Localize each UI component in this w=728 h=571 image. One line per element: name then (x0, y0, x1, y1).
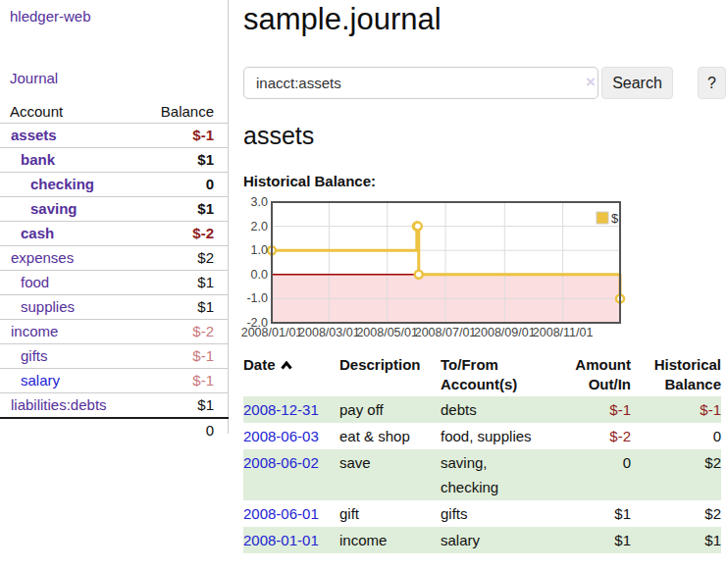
app-brand-link[interactable]: hledger-web (10, 8, 91, 25)
transaction-amount: $-2 (547, 423, 631, 449)
svg-text:$: $ (611, 211, 619, 226)
search-bar: × Search ? (243, 67, 728, 100)
account-link[interactable]: salary (21, 372, 60, 389)
sidebar-item-journal[interactable]: Journal (10, 70, 58, 86)
account-row: cash$-2 (0, 222, 229, 246)
account-row: supplies$1 (0, 295, 229, 320)
transaction-amount: $1 (547, 527, 631, 553)
transaction-row: 2008-01-01incomesalary$1$1 (243, 527, 721, 553)
clear-search-icon[interactable]: × (581, 73, 600, 92)
transaction-balance: $1 (631, 527, 721, 553)
account-balance: $-1 (192, 127, 214, 143)
x-axis-tick-label: 2008/05/01 (356, 326, 418, 339)
accounts-total-row: 0 (0, 418, 229, 442)
x-axis-tick-label: 2008/03/01 (298, 326, 360, 339)
account-row: saving$1 (0, 197, 229, 222)
register-header-balance: Historical Balance (631, 355, 721, 396)
search-button[interactable]: Search (601, 67, 673, 99)
x-axis-tick-label: 2008/11/01 (533, 326, 594, 339)
account-link[interactable]: checking (30, 176, 94, 192)
account-link[interactable]: saving (30, 200, 78, 217)
account-link[interactable]: liabilities:debts (11, 396, 107, 413)
y-axis-tick-label: 3.0 (251, 195, 268, 209)
transaction-date-link[interactable]: 2008-06-01 (243, 505, 319, 522)
account-balance: $1 (197, 298, 214, 315)
transaction-row: 2008-06-02savesaving, checking0$2 (243, 449, 721, 500)
account-row: bank$1 (0, 148, 229, 173)
account-balance: $2 (197, 249, 214, 266)
transaction-date-link[interactable]: 2008-01-01 (243, 532, 319, 548)
register-header-description: Description (339, 355, 441, 396)
transaction-accounts: food, supplies (441, 423, 547, 449)
account-balance: 0 (206, 176, 214, 192)
sidebar: hledger-web Journal Account Balance asse… (0, 0, 229, 434)
account-row: income$-2 (0, 320, 229, 344)
y-axis-tick-label: -1.0 (246, 291, 268, 305)
account-link[interactable]: supplies (21, 298, 75, 315)
transaction-accounts: saving, checking (441, 449, 547, 500)
sort-ascending-icon (281, 361, 292, 370)
account-balance: $1 (197, 200, 214, 217)
account-link[interactable]: income (11, 323, 58, 339)
account-link[interactable]: expenses (11, 249, 74, 266)
chart-legend: $ (597, 211, 619, 226)
accounts-header-account: Account (0, 101, 139, 124)
accounts-table: Account Balance assets$-1bank$1checking0… (0, 101, 229, 442)
historical-balance-chart[interactable]: $3.02.01.00.0-1.0-2.02008/01/012008/03/0… (243, 198, 728, 345)
transaction-description: income (339, 527, 441, 553)
transaction-description: eat & shop (339, 423, 441, 449)
transaction-amount: $1 (547, 500, 631, 527)
account-balance: $-2 (192, 225, 214, 241)
accounts-total-balance: 0 (139, 418, 229, 442)
transaction-amount: $-1 (547, 396, 631, 423)
accounts-header-row: Account Balance (0, 101, 229, 124)
account-link[interactable]: assets (11, 127, 57, 143)
account-balance: $1 (197, 396, 214, 413)
transaction-balance: 0 (631, 423, 721, 449)
page-title: sample.journal (243, 2, 442, 37)
transaction-date-link[interactable]: 2008-06-03 (243, 428, 319, 444)
account-link[interactable]: bank (21, 151, 55, 168)
register-header-accounts: To/From Account(s) (441, 355, 547, 396)
transaction-row: 2008-06-03eat & shopfood, supplies$-20 (243, 423, 721, 449)
help-button[interactable]: ? (698, 67, 726, 99)
x-axis-tick-label: 2008/07/01 (415, 326, 477, 339)
account-link[interactable]: gifts (21, 347, 48, 364)
search-input[interactable] (243, 67, 598, 99)
account-row: checking0 (0, 173, 229, 197)
account-link[interactable]: cash (21, 225, 54, 241)
account-balance: $-1 (192, 372, 214, 389)
register-header-date[interactable]: Date (243, 355, 339, 396)
chart-title: Historical Balance: (243, 173, 376, 189)
transaction-description: pay off (339, 396, 441, 423)
main-panel: sample.journal × Search ? assets Histori… (243, 0, 728, 571)
transaction-date-link[interactable]: 2008-12-31 (243, 401, 319, 418)
transaction-accounts: gifts (441, 500, 547, 527)
register-header-row: Date Description To/From Account(s) Amou… (243, 355, 721, 396)
transaction-balance: $-1 (631, 396, 721, 423)
transaction-amount: 0 (547, 449, 631, 500)
account-row: gifts$-1 (0, 344, 229, 369)
y-axis-tick-label: 1.0 (251, 243, 268, 257)
register-table: Date Description To/From Account(s) Amou… (243, 355, 721, 553)
account-balance: $1 (197, 274, 214, 290)
account-row: liabilities:debts$1 (0, 393, 229, 419)
accounts-header-balance: Balance (139, 101, 229, 124)
account-row: expenses$2 (0, 246, 229, 271)
transaction-date-link[interactable]: 2008-06-02 (243, 454, 319, 471)
x-axis-tick-label: 2008/01/01 (241, 326, 303, 339)
y-axis-tick-label: 0.0 (251, 268, 268, 282)
account-balance: $1 (197, 151, 214, 168)
register-header-amount: Amount Out/In (547, 355, 631, 396)
account-balance: $-1 (192, 347, 214, 364)
transaction-balance: $2 (631, 500, 721, 527)
account-link[interactable]: food (21, 274, 49, 290)
transaction-accounts: debts (441, 396, 547, 423)
account-balance: $-2 (192, 323, 214, 339)
account-heading: assets (243, 122, 314, 150)
account-row: food$1 (0, 271, 229, 295)
transaction-description: gift (339, 500, 441, 527)
y-axis-tick-label: 2.0 (251, 220, 268, 234)
transaction-description: save (339, 449, 441, 500)
transaction-row: 2008-06-01giftgifts$1$2 (243, 500, 721, 527)
